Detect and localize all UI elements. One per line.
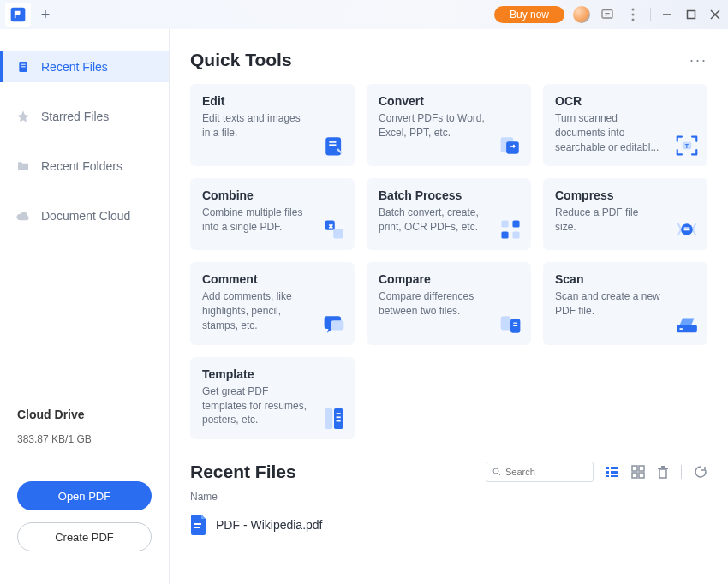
- svg-rect-49: [632, 466, 637, 471]
- convert-icon: [498, 134, 522, 158]
- tool-comment[interactable]: Comment Add comments, like highlights, p…: [190, 262, 355, 344]
- tool-title: Combine: [202, 188, 343, 202]
- new-tab-button[interactable]: +: [34, 3, 57, 26]
- scan-icon: [675, 313, 699, 337]
- sidebar-item-recent-files[interactable]: Recent Files: [0, 51, 169, 82]
- ocr-icon: T: [675, 134, 699, 158]
- svg-rect-14: [329, 145, 336, 146]
- tool-title: Compress: [555, 188, 695, 202]
- separator: [650, 8, 651, 21]
- open-pdf-button[interactable]: Open PDF: [17, 481, 152, 510]
- compare-icon: [498, 313, 522, 337]
- menu-icon[interactable]: [624, 8, 641, 21]
- svg-rect-33: [513, 325, 517, 326]
- tool-scan[interactable]: Scan Scan and create a new PDF file.: [543, 262, 707, 344]
- tool-title: Scan: [555, 272, 695, 286]
- tool-compress[interactable]: Compress Reduce a PDF file size.: [543, 178, 707, 250]
- close-button[interactable]: [707, 9, 723, 20]
- svg-rect-27: [684, 229, 690, 230]
- sidebar-item-label: Starred Files: [41, 110, 109, 123]
- search-input-wrapper[interactable]: [486, 462, 594, 482]
- combine-icon: [322, 218, 346, 241]
- main-panel: Quick Tools ··· Edit Edit texts and imag…: [170, 29, 728, 584]
- pdf-file-icon: [190, 515, 207, 535]
- svg-rect-30: [501, 316, 510, 330]
- sidebar-item-recent-folders[interactable]: Recent Folders: [0, 151, 169, 182]
- view-list-button[interactable]: [606, 465, 619, 479]
- quick-tools-grid: Edit Edit texts and images in a file. Co…: [190, 84, 707, 439]
- edit-icon: [322, 134, 346, 158]
- svg-rect-16: [506, 142, 519, 155]
- pdfelement-logo-icon: [9, 6, 27, 23]
- svg-rect-46: [611, 471, 618, 474]
- svg-rect-21: [501, 221, 508, 228]
- svg-rect-39: [337, 417, 341, 419]
- svg-rect-54: [659, 469, 666, 478]
- buy-now-button[interactable]: Buy now: [494, 6, 564, 23]
- tool-batch[interactable]: Batch Process Batch convert, create, pri…: [367, 178, 531, 250]
- refresh-button[interactable]: [694, 465, 707, 479]
- delete-button[interactable]: [657, 465, 669, 479]
- tool-edit[interactable]: Edit Edit texts and images in a file.: [190, 84, 355, 166]
- svg-rect-36: [325, 408, 333, 429]
- separator: [681, 465, 682, 479]
- svg-rect-13: [329, 142, 336, 144]
- svg-rect-37: [334, 408, 343, 429]
- tool-combine[interactable]: Combine Combine multiple files into a si…: [190, 178, 355, 250]
- cloud-drive-usage: 383.87 KB/1 GB: [17, 433, 152, 445]
- minimize-button[interactable]: [659, 9, 675, 20]
- sidebar-item-starred-files[interactable]: Starred Files: [0, 101, 169, 132]
- tool-title: Convert: [379, 94, 519, 108]
- tool-title: Comment: [202, 272, 343, 286]
- sidebar-item-label: Document Cloud: [41, 209, 130, 223]
- app-logo: [5, 3, 31, 27]
- svg-rect-23: [501, 232, 508, 239]
- feedback-icon[interactable]: [599, 8, 616, 21]
- svg-rect-24: [512, 232, 519, 239]
- svg-rect-56: [194, 523, 201, 525]
- comment-icon: [322, 313, 346, 337]
- tool-title: Template: [202, 367, 343, 381]
- tool-title: OCR: [555, 94, 695, 108]
- svg-point-2: [632, 9, 635, 11]
- svg-point-41: [493, 468, 498, 474]
- svg-rect-50: [639, 466, 644, 471]
- cloud-drive-section: Cloud Drive 383.87 KB/1 GB Open PDF Crea…: [0, 408, 169, 584]
- svg-rect-20: [333, 229, 343, 239]
- svg-rect-47: [606, 475, 609, 477]
- svg-rect-10: [21, 64, 25, 65]
- tool-ocr[interactable]: OCR Turn scanned documents into searchab…: [543, 84, 707, 166]
- tool-convert[interactable]: Convert Convert PDFs to Word, Excel, PPT…: [367, 84, 531, 166]
- sidebar-item-label: Recent Folders: [41, 159, 122, 173]
- tool-title: Compare: [379, 272, 519, 286]
- create-pdf-button[interactable]: Create PDF: [17, 522, 152, 551]
- svg-rect-51: [632, 473, 637, 478]
- file-row[interactable]: PDF - Wikipedia.pdf: [190, 515, 707, 535]
- recent-files-title: Recent Files: [190, 462, 296, 482]
- svg-line-42: [498, 474, 501, 476]
- tool-template[interactable]: Template Get great PDF templates for res…: [190, 357, 355, 439]
- svg-rect-22: [512, 221, 519, 228]
- svg-rect-52: [639, 473, 644, 478]
- compress-icon: [675, 218, 699, 241]
- svg-rect-43: [606, 467, 609, 469]
- batch-icon: [498, 218, 522, 241]
- template-icon: [322, 407, 346, 431]
- view-grid-button[interactable]: [631, 465, 645, 479]
- search-input[interactable]: [505, 467, 588, 477]
- svg-rect-1: [602, 10, 612, 18]
- search-icon: [492, 467, 502, 477]
- cloud-icon: [15, 208, 31, 223]
- tool-compare[interactable]: Compare Compare differences between two …: [367, 262, 531, 344]
- star-icon: [15, 109, 31, 124]
- svg-rect-26: [684, 228, 690, 229]
- svg-rect-32: [513, 322, 517, 323]
- svg-rect-45: [606, 471, 609, 474]
- svg-rect-48: [611, 475, 618, 477]
- column-header-name: Name: [190, 491, 707, 503]
- account-avatar[interactable]: [573, 6, 590, 23]
- svg-point-4: [632, 19, 635, 21]
- quick-tools-more-button[interactable]: ···: [689, 51, 707, 69]
- maximize-button[interactable]: [683, 9, 699, 20]
- sidebar-item-document-cloud[interactable]: Document Cloud: [0, 200, 169, 231]
